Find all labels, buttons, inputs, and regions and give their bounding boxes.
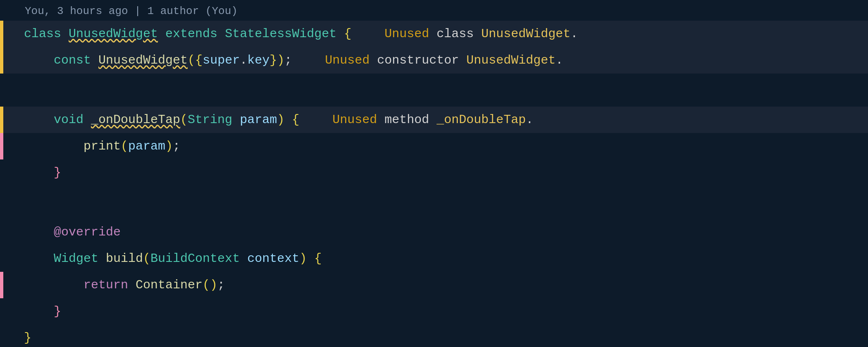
token-close-class-brace: } — [24, 328, 31, 347]
token-method-paren-close: ) — [277, 110, 284, 130]
hint-dot2: . — [556, 53, 563, 67]
token-space3 — [336, 24, 344, 44]
line-content-close-class: } — [3, 325, 868, 347]
hint-unused-label2: Unused — [325, 53, 370, 67]
token-method-paren-open: ( — [180, 110, 188, 130]
token-space1 — [158, 24, 165, 44]
token-space-build — [98, 249, 106, 269]
line-content-close-build: } — [3, 298, 868, 325]
indent-build — [24, 249, 54, 269]
code-line-close-class: } — [0, 325, 868, 347]
token-method-name: _onDoubleTap — [91, 110, 180, 130]
token-parent: StatelessWidget — [225, 24, 336, 44]
token-space-context — [240, 249, 247, 269]
token-container: Container — [136, 275, 203, 295]
token-method-brace: { — [292, 110, 299, 130]
token-space-brace — [284, 110, 292, 130]
hint-unused-label3: Unused — [332, 113, 377, 127]
hint-class-text: class — [429, 27, 481, 41]
indent-method — [24, 110, 54, 130]
code-line-close-build: } — [0, 298, 868, 325]
hint-method-text: method — [377, 113, 436, 127]
hint-class: Unused class UnusedWidget. — [351, 24, 578, 44]
token-extends: extends — [165, 24, 217, 44]
token-void: void — [54, 110, 91, 130]
token-key: key — [247, 50, 269, 70]
code-line-close-method: } — [0, 159, 868, 186]
indent-print — [24, 136, 83, 156]
line-content-print: print(param); — [3, 133, 868, 159]
hint-constructor: Unused constructor UnusedWidget. — [292, 50, 563, 70]
token-semi-return: ; — [217, 275, 225, 295]
token-class-kw: class — [24, 24, 69, 44]
git-blame: You, 3 hours ago | 1 author (You) — [0, 0, 868, 21]
indent-close-build — [24, 302, 54, 321]
token-paren-open: ( — [188, 50, 195, 70]
token-print-paren-open: ( — [121, 136, 128, 156]
token-close-method-brace: } — [54, 163, 61, 183]
code-line-empty3 — [0, 186, 868, 202]
token-widget: Widget — [54, 249, 98, 269]
token-container-parens: () — [203, 275, 217, 295]
line-content-constructor: const UnusedWidget({super.key}); Unused … — [3, 47, 868, 74]
token-buildcontext: BuildContext — [150, 249, 240, 269]
empty1 — [3, 74, 868, 80]
token-override: @override — [54, 222, 121, 242]
token-dot: . — [240, 50, 247, 70]
token-curly-close: } — [269, 50, 277, 70]
hint-dot3: . — [526, 113, 533, 127]
line-content-method: void _onDoubleTap(String param) { Unused… — [3, 107, 868, 133]
line-content-class: class UnusedWidget extends StatelessWidg… — [3, 21, 868, 47]
hint-constructor-name: UnusedWidget — [466, 53, 556, 67]
line-content-close-method: } — [3, 159, 868, 186]
code-area: class UnusedWidget extends StatelessWidg… — [0, 21, 868, 347]
token-space2 — [217, 24, 225, 44]
token-print-paren-close: ) — [165, 136, 173, 156]
hint-method: Unused method _onDoubleTap. — [299, 110, 533, 130]
line-content-return: return Container(); — [3, 272, 868, 298]
empty2 — [3, 90, 868, 97]
token-build-paren-open: ( — [143, 249, 150, 269]
token-class-name: UnusedWidget — [69, 24, 158, 44]
indent-close-method — [24, 163, 54, 183]
token-brace-open: { — [344, 24, 351, 44]
code-line-method: void _onDoubleTap(String param) { Unused… — [0, 107, 868, 133]
token-build: build — [106, 249, 143, 269]
code-line-empty1 — [0, 74, 868, 90]
token-close-build-brace: } — [54, 302, 61, 321]
token-print: print — [83, 136, 121, 156]
token-paren-close: ) — [277, 50, 284, 70]
line-content-build: Widget build(BuildContext context) { — [3, 245, 868, 272]
token-semi1: ; — [284, 50, 292, 70]
code-line-print: print(param); — [0, 133, 868, 159]
code-line-constructor: const UnusedWidget({super.key}); Unused … — [0, 47, 868, 74]
hint-class-name: UnusedWidget — [481, 27, 570, 41]
code-line-empty2 — [0, 90, 868, 107]
token-const: const — [54, 50, 98, 70]
token-curly-open: { — [195, 50, 203, 70]
indent-override — [24, 222, 54, 242]
token-context: context — [247, 249, 299, 269]
token-space-build-brace — [307, 249, 314, 269]
hint-constructor-text: constructor — [370, 53, 466, 67]
token-semi-print: ; — [173, 136, 180, 156]
empty3 — [3, 186, 868, 193]
code-line-build: Widget build(BuildContext context) { — [0, 245, 868, 272]
indent-constructor — [24, 50, 54, 70]
token-super: super — [203, 50, 240, 70]
token-constructor-name: UnusedWidget — [98, 50, 188, 70]
token-build-brace: { — [314, 249, 322, 269]
token-return: return — [83, 275, 136, 295]
line-content-override: @override — [3, 219, 868, 245]
token-space-param — [232, 110, 240, 130]
token-param: param — [240, 110, 277, 130]
editor: You, 3 hours ago | 1 author (You) class … — [0, 0, 868, 347]
token-print-param: param — [128, 136, 165, 156]
token-string-type: String — [188, 110, 232, 130]
hint-dot: . — [570, 27, 578, 41]
code-line-override: @override — [0, 219, 868, 245]
code-line-class: class UnusedWidget extends StatelessWidg… — [0, 21, 868, 47]
code-line-empty4 — [0, 202, 868, 219]
hint-method-name: _onDoubleTap — [436, 113, 526, 127]
code-line-return: return Container(); — [0, 272, 868, 298]
